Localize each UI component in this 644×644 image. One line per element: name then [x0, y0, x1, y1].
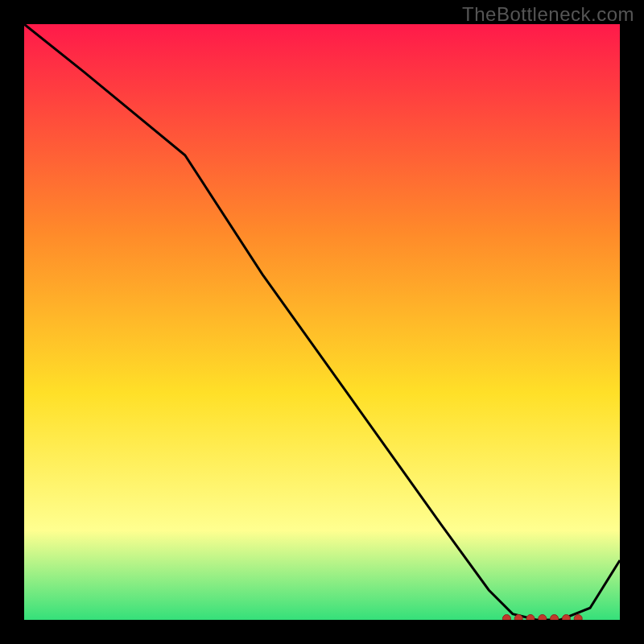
marker-dot: [562, 615, 570, 621]
plot-area: [24, 24, 620, 620]
marker-dot: [514, 615, 522, 621]
gradient-background: [24, 24, 620, 620]
marker-dot: [574, 615, 582, 621]
watermark-text: TheBottleneck.com: [462, 3, 634, 26]
chart-svg: [24, 24, 620, 620]
chart-frame: TheBottleneck.com: [0, 0, 644, 644]
marker-dot: [502, 615, 510, 621]
marker-dot: [539, 615, 547, 621]
marker-dot: [526, 615, 535, 621]
marker-dot: [551, 615, 559, 621]
